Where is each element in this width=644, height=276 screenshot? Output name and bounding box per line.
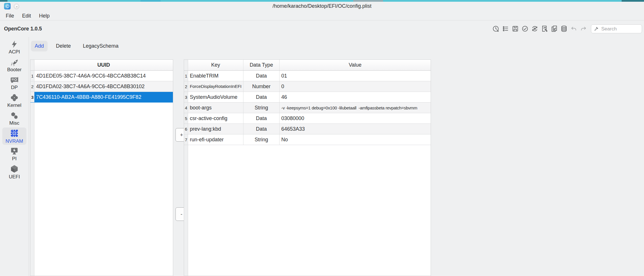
menu-help[interactable]: Help [35,11,54,20]
save-button[interactable] [511,25,519,33]
value-cell[interactable]: 03080000 [280,113,431,123]
gpu-icon [9,75,19,84]
kv-row[interactable]: 6 prev-lang:kbd Data 64653A33 [184,124,431,134]
key-cell[interactable]: SystemAudioVolume [188,92,243,102]
sidebar-item-label: NVRAM [5,138,23,144]
key-cell[interactable]: prev-lang:kbd [188,124,243,134]
sidebar-item-uefi[interactable]: UEFI [2,163,26,180]
uuid-table-empty-area [30,103,173,276]
search-input[interactable] [601,26,639,32]
list-button[interactable] [501,25,509,33]
kv-row[interactable]: 2 ForceDisplayRotationInEFI Number 0 [184,81,431,92]
clover-icon [10,93,19,102]
sidebar-item-label: PI [12,156,17,162]
imac-icon [10,146,19,156]
kv-row[interactable]: 4 boot-args String -v -keepsyms=1 debug=… [184,103,431,113]
validate-button[interactable] [521,25,529,33]
datatype-column-header: Data Type [243,60,280,70]
value-column-header: Value [280,60,431,70]
menu-edit[interactable]: Edit [18,11,35,20]
row-number: 5 [184,113,188,123]
import-export-button[interactable] [550,25,558,33]
row-number: 2 [30,81,34,92]
tab-legacyschema[interactable]: LegacySchema [79,41,122,51]
value-cell[interactable]: 01 [280,71,431,81]
type-cell[interactable]: Number [243,81,280,92]
redo-icon [580,25,587,32]
lightning-icon [10,40,19,49]
check-circle-icon [521,25,529,32]
sidebar-item-label: Booter [7,67,22,73]
sidebar-item-misc[interactable]: Misc [2,110,26,127]
uuid-row-selected[interactable]: 3 7C436110-AB2A-4BBB-A880-FE41995C9F82 [30,92,173,103]
sidebar-item-kernel[interactable]: Kernel [2,92,26,109]
uuid-row[interactable]: 1 4D1EDE05-38C7-4A6A-9CC6-4BCCA8B38C14 [30,71,173,81]
opencore-version-label: OpenCore 1.0.5 [4,20,42,37]
sidebar-item-pi[interactable]: PI [2,145,26,163]
section-tabs: Add Delete LegacySchema [31,41,122,51]
sidebar-item-booter[interactable]: Booter [2,56,26,74]
search-box [591,24,642,33]
history-button[interactable] [492,25,499,33]
uuid-cell[interactable]: 4D1FDA02-38C7-4A6A-9CC6-4BCCA8B30102 [34,81,173,92]
sidebar-item-label: UEFI [9,174,20,180]
corner-header-cell [30,60,34,70]
history-icon [492,25,499,32]
uuid-cell[interactable]: 4D1EDE05-38C7-4A6A-9CC6-4BCCA8B38C14 [34,71,173,81]
type-cell[interactable]: Data [243,92,280,102]
snapshot-link-button[interactable] [540,25,548,33]
type-cell[interactable]: Data [243,113,280,123]
sidebar-item-label: DP [11,85,18,90]
sidebar-item-nvram[interactable]: NVRAM [2,128,26,145]
key-cell[interactable]: csr-active-config [188,113,243,123]
type-cell[interactable]: String [243,103,280,113]
key-cell[interactable]: run-efi-updater [188,134,243,145]
hexagons-icon [10,111,19,120]
toolbar: OpenCore 1.0.5 [0,20,644,37]
page-sync-icon [541,25,548,32]
value-cell[interactable]: 46 [280,92,431,102]
kv-row[interactable]: 7 run-efi-updater String No [184,134,431,145]
value-cell[interactable]: 64653A33 [280,124,431,134]
reload-config-button[interactable] [531,25,538,33]
rocket-icon [10,57,19,67]
chip-icon [9,128,19,138]
value-cell[interactable]: 0 [280,81,431,92]
kv-table-empty-area [184,145,431,276]
sidebar-item-label: ACPI [9,49,20,55]
row-number-gutter [184,145,188,276]
redo-button[interactable] [579,25,587,33]
sidebar-item-dp[interactable]: DP [2,74,26,91]
row-number: 3 [184,92,188,102]
app-window: /home/karacho/Desktop/EFI/OC/config.plis… [0,0,644,276]
kv-row[interactable]: 3 SystemAudioVolume Data 46 [184,92,431,103]
database-button[interactable] [560,25,568,33]
kv-row[interactable]: 5 csr-active-config Data 03080000 [184,113,431,124]
uuid-table-header: UUID [30,60,173,71]
value-cell[interactable]: No [280,134,431,145]
undo-button[interactable] [570,25,577,33]
row-number: 7 [184,134,188,145]
sidebar: ACPI Booter DP [0,37,29,276]
type-cell[interactable]: String [243,134,280,145]
key-cell[interactable]: boot-args [188,103,243,113]
key-cell[interactable]: ForceDisplayRotationInEFI [188,81,243,92]
tab-add[interactable]: Add [31,41,48,51]
uuid-row[interactable]: 2 4D1FDA02-38C7-4A6A-9CC6-4BCCA8B30102 [30,81,173,92]
value-cell[interactable]: -v -keepsyms=1 debug=0x100 -lilubetaall … [280,103,431,113]
undo-icon [570,25,577,32]
corner-header-cell [184,60,188,70]
sidebar-item-acpi[interactable]: ACPI [2,38,26,56]
type-cell[interactable]: Data [243,71,280,81]
sidebar-item-label: Misc [9,120,19,126]
row-number: 1 [30,71,34,81]
row-number: 1 [184,71,188,81]
uuid-cell[interactable]: 7C436110-AB2A-4BBB-A880-FE41995C9F82 [34,92,173,102]
key-column-header: Key [188,60,243,70]
type-cell[interactable]: Data [243,124,280,134]
key-cell[interactable]: EnableTRIM [188,71,243,81]
kv-row[interactable]: 1 EnableTRIM Data 01 [184,71,431,81]
menu-file[interactable]: File [2,11,18,20]
row-number: 3 [30,92,34,102]
tab-delete[interactable]: Delete [52,41,75,51]
